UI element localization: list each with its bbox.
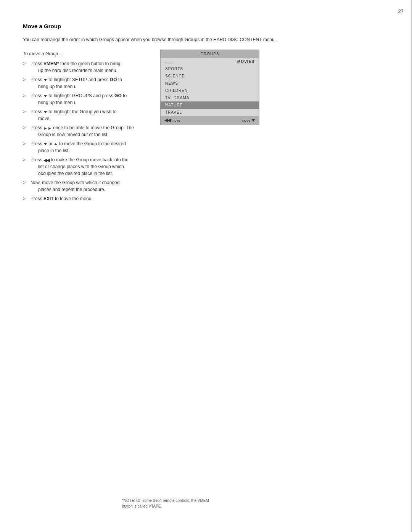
fast-forward-icon: ►► (43, 125, 52, 132)
menu-item-news: NEWS (161, 80, 259, 87)
footer-note: *NOTE! On some Beo4 remote controls, the… (122, 498, 209, 509)
step7-cont2: occupies the desired place in the list. (31, 170, 290, 177)
step6-cont: place in the list. (31, 147, 290, 154)
list-arrow: > (23, 124, 26, 131)
menu-header: GROUPS (161, 50, 259, 58)
page-container: 27 Move a Group You can rearrange the or… (0, 0, 412, 532)
menu-item-tv-drama: TV DRAMA (161, 94, 259, 101)
footer-note-text: *NOTE! On some Beo4 remote controls, the… (122, 498, 209, 508)
list-item: > Press ◀◀ to make the Group move back i… (23, 156, 290, 177)
intro-text: You can rearrange the order in which Gro… (23, 36, 290, 43)
footer-move-right-label: move (242, 119, 250, 122)
up-arrow-icon (54, 143, 57, 145)
step8-cont: places and repeat the procedure. (31, 186, 290, 193)
vmem-label: V (43, 61, 47, 66)
footer-move-left-label: move (172, 119, 180, 122)
list-arrow: > (23, 108, 26, 115)
menu-item-sports: SPORTS (161, 65, 259, 72)
list-arrow: > (23, 195, 26, 202)
footer-right: move (242, 119, 255, 122)
menu-item-science: SCIENCE (161, 72, 259, 80)
mem-label: MEM* (47, 61, 59, 66)
menu-ui: GROUPS . . . MOVIES SPORTS SCIENCE NEWS … (160, 50, 259, 125)
menu-row-movies: . . . MOVIES (161, 58, 259, 65)
menu-item-travel: TRAVEL (161, 109, 259, 116)
menu-item-children: CHILDREN (161, 87, 259, 94)
list-item: > Press EXIT to leave the menu. (23, 195, 290, 202)
page-number: 27 (398, 8, 404, 14)
list-item: > Press or to move the Group to the desi… (23, 140, 290, 154)
list-arrow: > (23, 156, 26, 163)
go-label: GO (114, 93, 122, 98)
menu-item-nature: NATURE (161, 101, 259, 109)
down-arrow-icon (44, 79, 47, 81)
list-arrow: > (23, 60, 26, 67)
menu-dots: . . . (165, 59, 174, 64)
list-arrow: > (23, 140, 26, 147)
down-arrow-icon (44, 143, 47, 145)
section-title: Move a Group (23, 23, 290, 29)
list-item: > Press ►► once to be able to move the G… (23, 124, 290, 138)
footer-rewind-icon: ◀◀ (164, 118, 171, 123)
list-arrow: > (23, 92, 26, 99)
down-arrow-icon (44, 111, 47, 113)
list-arrow: > (23, 179, 26, 186)
rewind-icon: ◀◀ (43, 157, 50, 164)
exit-label: EXIT (43, 196, 54, 201)
list-arrow: > (23, 76, 26, 83)
down-arrow-icon (44, 95, 47, 97)
footer-left: ◀◀ move (164, 118, 180, 123)
step5-cont: Group is now moved out of the list. (31, 131, 290, 138)
go-label: GO (110, 77, 117, 82)
list-item: > Now, move the Group with which it chan… (23, 179, 290, 193)
step7-cont1: list or change places with the Group whi… (31, 163, 290, 170)
footer-down-arrow-icon (252, 119, 255, 122)
menu-footer: ◀◀ move move (161, 116, 259, 125)
movies-label: MOVIES (237, 59, 254, 64)
